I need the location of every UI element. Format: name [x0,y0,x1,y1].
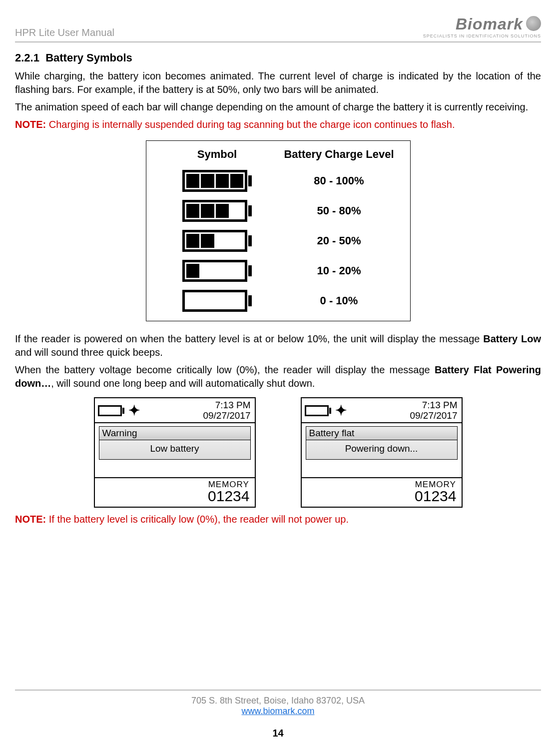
charge-level: 10 - 20% [278,264,400,277]
paragraph: The animation speed of each bar will cha… [15,100,541,114]
page-footer: 705 S. 8th Street, Boise, Idaho 83702, U… [15,690,541,739]
table-row: 80 - 100% [156,170,400,192]
note-body: If the battery level is critically low (… [46,514,349,525]
memory-readout: MEMORY 01234 [208,480,249,504]
charge-level: 50 - 80% [278,204,400,217]
datetime: 7:13 PM 09/27/2017 [410,400,457,421]
table-row: 20 - 50% [156,230,400,252]
note-prefix: NOTE: [15,514,46,525]
battery-icon [182,230,252,252]
note-text: NOTE: Charging is internally suspended d… [15,118,541,131]
dialog-body: Powering down... [306,440,457,459]
datetime: 7:13 PM 09/27/2017 [203,400,250,421]
charge-level: 80 - 100% [278,174,400,187]
table-row: 10 - 20% [156,260,400,282]
battery-icon [182,260,252,282]
bluetooth-icon: ✦ [335,404,347,418]
bluetooth-icon: ✦ [128,404,140,418]
battery-empty-icon [305,405,331,416]
logo-text: Biomark [423,15,541,33]
table-row: 50 - 80% [156,200,400,222]
section-number: 2.2.1 [15,51,39,64]
memory-readout: MEMORY 01234 [415,480,456,504]
manual-title: HPR Lite User Manual [15,27,114,38]
table-header-symbol: Symbol [156,148,278,161]
paragraph: While charging, the battery icon becomes… [15,69,541,96]
brand-logo: Biomark SPECIALISTS IN IDENTIFICATION SO… [423,15,541,38]
dialog-title: Battery flat [306,427,457,440]
table-header-row: Symbol Battery Charge Level [156,148,400,161]
screen-warning-low-battery: ✦ 7:13 PM 09/27/2017 Warning Low battery… [94,397,256,508]
charge-level: 0 - 10% [278,294,400,307]
dialog-box: Warning Low battery [99,426,251,460]
footer-link[interactable]: www.biomark.com [241,706,314,716]
battery-icon [182,200,252,222]
note-body: Charging is internally suspended during … [46,119,455,130]
dialog-box: Battery flat Powering down... [306,426,458,460]
note-text: NOTE: If the battery level is critically… [15,513,541,526]
screen-examples: ✦ 7:13 PM 09/27/2017 Warning Low battery… [15,397,541,508]
dialog-body: Low battery [99,440,250,459]
footer-address: 705 S. 8th Street, Boise, Idaho 83702, U… [15,696,541,706]
charge-level: 20 - 50% [278,234,400,247]
note-prefix: NOTE: [15,119,46,130]
battery-empty-icon [98,405,124,416]
table-row: 0 - 10% [156,290,400,312]
page-header: HPR Lite User Manual Biomark SPECIALISTS… [15,15,541,42]
section-title: Battery Symbols [45,51,132,64]
screen-battery-flat: ✦ 7:13 PM 09/27/2017 Battery flat Poweri… [301,397,463,508]
dialog-title: Warning [99,427,250,440]
battery-icon [182,290,252,312]
logo-subtitle: SPECIALISTS IN IDENTIFICATION SOLUTIONS [423,33,541,38]
section-heading: 2.2.1 Battery Symbols [15,51,541,64]
paragraph: If the reader is powered on when the bat… [15,332,541,359]
battery-icon [182,170,252,192]
table-header-level: Battery Charge Level [278,148,400,161]
page-number: 14 [15,728,541,739]
battery-symbol-table: Symbol Battery Charge Level 80 - 100% 50… [146,140,411,321]
paragraph: When the battery voltage become critical… [15,363,541,390]
